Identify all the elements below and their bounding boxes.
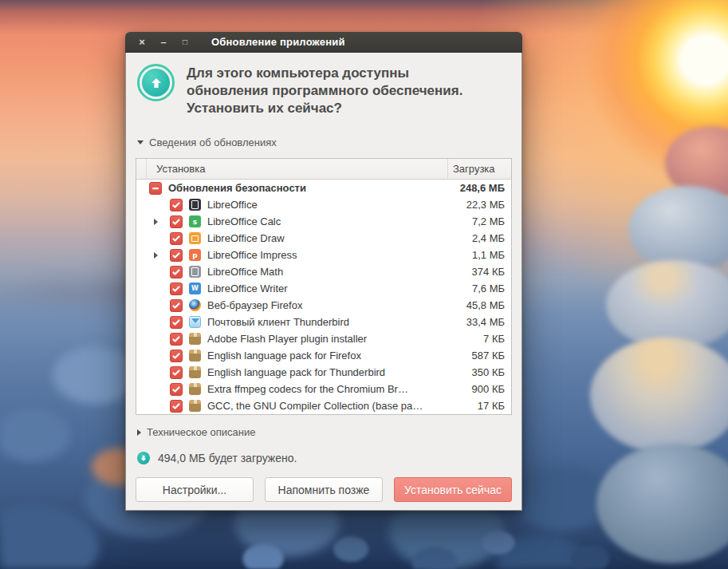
checkbox-checked[interactable] xyxy=(170,249,183,262)
package-icon xyxy=(189,366,201,378)
titlebar[interactable]: × – □ Обновление приложений xyxy=(125,32,522,53)
download-size: 17 КБ xyxy=(442,400,511,412)
row-expander-icon[interactable] xyxy=(154,252,158,259)
impress-icon xyxy=(189,249,201,261)
download-size: 587 КБ xyxy=(442,350,511,362)
download-size: 7,2 МБ xyxy=(442,215,511,227)
up-arrow-icon xyxy=(142,69,170,97)
install-now-button[interactable]: Установить сейчас xyxy=(394,477,512,502)
header-message-line: Для этого компьютера доступны xyxy=(187,65,462,82)
tech-description-expander[interactable]: Техническое описание xyxy=(137,426,512,438)
package-name: LibreOffice Writer xyxy=(207,283,442,294)
update-row[interactable]: GCC, the GNU Compiler Collection (base p… xyxy=(136,397,511,414)
download-size: 1,1 МБ xyxy=(442,249,511,261)
checkbox-checked[interactable] xyxy=(170,215,183,228)
math-icon xyxy=(189,266,201,278)
gutter-column-header xyxy=(136,159,147,179)
maximize-icon[interactable]: □ xyxy=(178,35,192,49)
download-size: 7,6 МБ xyxy=(442,283,511,294)
package-icon xyxy=(189,400,201,412)
thunderbird-icon xyxy=(189,316,201,328)
update-row[interactable]: Adobe Flash Player plugin installer7 КБ xyxy=(136,330,511,347)
checkbox-checked[interactable] xyxy=(170,266,183,279)
button-row: Настройки... Напомнить позже Установить … xyxy=(136,477,512,502)
package-name: GCC, the GNU Compiler Collection (base p… xyxy=(207,400,442,412)
download-size: 248,6 МБ xyxy=(442,182,511,194)
libreoffice-icon xyxy=(189,199,201,211)
package-name: Веб-браузер Firefox xyxy=(207,299,442,311)
download-size: 2,4 МБ xyxy=(442,232,511,244)
package-name: LibreOffice Draw xyxy=(207,232,442,244)
writer-icon xyxy=(189,283,201,294)
update-row[interactable]: English language pack for Firefox587 КБ xyxy=(136,347,511,364)
download-size: 33,4 МБ xyxy=(442,316,511,328)
download-summary: 494,0 МБ будет загружено. xyxy=(137,452,512,464)
download-size: 7 КБ xyxy=(442,333,511,345)
update-row[interactable]: LibreOffice Draw2,4 МБ xyxy=(136,230,511,247)
dialog-body: Для этого компьютера доступны обновления… xyxy=(125,53,522,511)
checkbox-checked[interactable] xyxy=(170,333,183,346)
checkbox-checked[interactable] xyxy=(170,283,183,295)
checkbox-checked[interactable] xyxy=(170,316,183,329)
header-message-line: Установить их сейчас? xyxy=(187,100,462,117)
checkbox-checked[interactable] xyxy=(170,366,183,379)
draw-icon xyxy=(189,232,201,244)
column-header-install[interactable]: Установка xyxy=(147,159,448,179)
firefox-icon xyxy=(189,299,201,311)
package-name: LibreOffice Impress xyxy=(207,249,442,261)
tech-description-label: Техническое описание xyxy=(147,426,255,438)
chevron-right-icon xyxy=(137,429,141,436)
close-icon[interactable]: × xyxy=(135,35,149,49)
expander-slot xyxy=(154,252,170,259)
remind-later-button[interactable]: Напомнить позже xyxy=(265,477,383,502)
window-title: Обновление приложений xyxy=(211,36,345,48)
update-row[interactable]: LibreOffice Math374 КБ xyxy=(136,263,511,280)
checkbox-checked[interactable] xyxy=(170,350,183,362)
package-name: LibreOffice Calc xyxy=(207,215,442,227)
package-icon xyxy=(189,333,201,345)
download-size: 350 КБ xyxy=(442,366,511,378)
software-updater-icon xyxy=(137,64,175,101)
chevron-down-icon xyxy=(137,140,144,144)
update-row[interactable]: Почтовый клиент Thunderbird33,4 МБ xyxy=(136,314,511,330)
settings-button[interactable]: Настройки... xyxy=(136,477,254,502)
update-row[interactable]: LibreOffice Impress1,1 МБ xyxy=(136,247,511,263)
checkbox-partial[interactable] xyxy=(149,182,162,195)
package-name: Adobe Flash Player plugin installer xyxy=(207,333,442,345)
details-expander[interactable]: Сведения об обновлениях xyxy=(137,136,512,148)
update-row[interactable]: Extra ffmpeg codecs for the Chromium Br…… xyxy=(136,381,511,397)
package-icon xyxy=(189,350,201,362)
security-updates-group-row[interactable]: Обновления безопасности248,6 МБ xyxy=(136,180,511,196)
header: Для этого компьютера доступны обновления… xyxy=(136,63,512,117)
checkbox-checked[interactable] xyxy=(170,232,183,245)
download-summary-text: 494,0 МБ будет загружено. xyxy=(158,452,297,464)
checkbox-checked[interactable] xyxy=(170,199,183,211)
expander-slot xyxy=(154,219,170,225)
updates-table: Установка Загрузка Обновления безопаснос… xyxy=(136,158,512,415)
download-size: 22,3 МБ xyxy=(442,199,511,211)
package-name: LibreOffice Math xyxy=(207,266,442,278)
download-size: 900 КБ xyxy=(442,383,511,395)
details-expander-label: Сведения об обновлениях xyxy=(149,136,277,148)
update-row[interactable]: LibreOffice Calc7,2 МБ xyxy=(136,213,511,230)
minimize-icon[interactable]: – xyxy=(156,35,171,49)
checkbox-checked[interactable] xyxy=(170,299,183,312)
update-row[interactable]: English language pack for Thunderbird350… xyxy=(136,364,511,381)
row-expander-icon[interactable] xyxy=(154,219,158,225)
checkbox-checked[interactable] xyxy=(170,400,183,413)
update-row[interactable]: LibreOffice22,3 МБ xyxy=(136,196,511,213)
table-header: Установка Загрузка xyxy=(136,159,511,180)
group-label: Обновления безопасности xyxy=(168,182,442,194)
package-name: LibreOffice xyxy=(207,199,442,211)
package-name: Почтовый клиент Thunderbird xyxy=(207,316,442,328)
header-message: Для этого компьютера доступны обновления… xyxy=(187,64,462,117)
update-row[interactable]: LibreOffice Writer7,6 МБ xyxy=(136,280,511,297)
download-size: 45,8 МБ xyxy=(442,299,511,311)
package-icon xyxy=(189,383,201,395)
package-name: English language pack for Thunderbird xyxy=(207,366,442,378)
update-row[interactable]: Веб-браузер Firefox45,8 МБ xyxy=(136,297,511,314)
download-icon xyxy=(137,452,150,464)
checkbox-checked[interactable] xyxy=(170,383,183,396)
column-header-download[interactable]: Загрузка xyxy=(448,159,511,179)
update-manager-window: × – □ Обновление приложений Для этого ко… xyxy=(125,32,522,511)
